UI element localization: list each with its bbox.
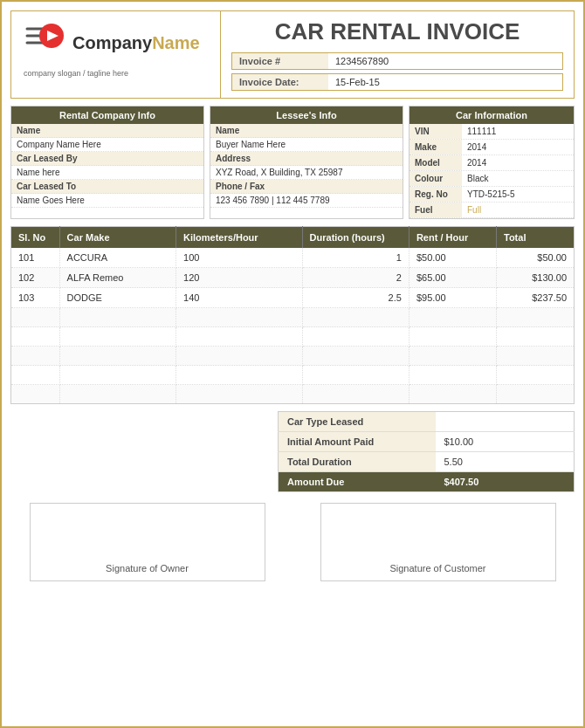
invoice-date-value: 15-Feb-15 <box>328 74 387 90</box>
rental-leased-by-value: Name here <box>11 166 203 180</box>
car-info-box: Car Information VIN 111111 Make 2014 Mod… <box>409 106 575 219</box>
lessee-address-value: XYZ Road, X Building, TX 25987 <box>210 166 403 180</box>
table-empty-row <box>11 308 575 327</box>
th-total: Total <box>496 227 574 249</box>
lessee-phone-value: 123 456 7890 | 112 445 7789 <box>210 194 403 208</box>
invoice-title: CAR RENTAL INVOICE <box>231 18 563 45</box>
cell-rent: $95.00 <box>409 288 496 308</box>
car-regno-value: YTD-5215-5 <box>462 187 520 202</box>
table-row: 102 ALFA Remeo 120 2 $65.00 $130.00 <box>11 268 575 288</box>
car-make-value: 2014 <box>462 140 492 155</box>
th-slno: Sl. No <box>11 227 60 249</box>
logo-section: CompanyName company slogan / tagline her… <box>11 11 221 98</box>
cell-duration: 2.5 <box>302 288 409 308</box>
rental-company-header: Rental Company Info <box>11 106 203 124</box>
car-fuel-row: Fuel Full <box>410 203 574 218</box>
summary-table: Car Type Leased Initial Amount Paid $10.… <box>278 411 575 492</box>
th-duration: Duration (hours) <box>302 227 409 249</box>
table-empty-row <box>11 385 575 404</box>
rental-leased-by-label: Car Leased By <box>11 152 203 166</box>
amount-due-label: Amount Due <box>279 472 436 492</box>
owner-signature-box: Signature of Owner <box>30 503 265 581</box>
rental-leased-to-label: Car Leased To <box>11 180 203 194</box>
cell-duration: 1 <box>302 248 409 268</box>
rental-leased-to-value: Name Goes Here <box>11 194 203 208</box>
cell-empty <box>11 327 60 347</box>
car-fuel-value: Full <box>462 203 486 217</box>
car-colour-value: Black <box>462 171 493 186</box>
cell-slno: 103 <box>11 288 60 308</box>
invoice-number-value: 1234567890 <box>328 53 396 69</box>
invoice-number-label: Invoice # <box>232 53 328 69</box>
cell-make: DODGE <box>59 288 176 308</box>
cell-km: 100 <box>176 248 303 268</box>
table-empty-row <box>11 347 575 366</box>
invoice-header: CompanyName company slogan / tagline her… <box>10 10 575 99</box>
cell-km: 140 <box>176 288 303 308</box>
cell-empty <box>11 347 60 366</box>
car-colour-row: Colour Black <box>410 171 574 187</box>
car-type-value <box>436 412 575 432</box>
car-model-row: Model 2014 <box>410 155 574 171</box>
cell-total: $130.00 <box>496 268 574 288</box>
lessee-name-label: Name <box>210 124 403 138</box>
car-regno-label: Reg. No <box>410 187 462 202</box>
lessee-phone-label: Phone / Fax <box>210 180 403 194</box>
th-rent: Rent / Hour <box>409 227 496 249</box>
logo-wrapper: CompanyName <box>20 20 200 65</box>
invoice-meta: Invoice # 1234567890 Invoice Date: 15-Fe… <box>231 52 563 91</box>
cell-make: ALFA Remeo <box>59 268 176 288</box>
car-vin-value: 111111 <box>462 124 501 139</box>
signature-section: Signature of Owner Signature of Customer <box>10 503 575 581</box>
table-empty-row <box>11 327 575 347</box>
amount-due-value: $407.50 <box>436 472 575 492</box>
table-body: 101 ACCURA 100 1 $50.00 $50.00 102 ALFA … <box>11 248 575 404</box>
customer-signature-box: Signature of Customer <box>320 503 556 581</box>
total-duration-label: Total Duration <box>279 452 436 472</box>
rental-company-box: Rental Company Info Name Company Name He… <box>10 106 204 219</box>
lessee-header: Lessee's Info <box>210 106 403 124</box>
table-row: 103 DODGE 140 2.5 $95.00 $237.50 <box>11 288 575 308</box>
company-slogan: company slogan / tagline here <box>24 69 128 78</box>
table-header-row: Sl. No Car Make Kilometers/Hour Duration… <box>11 227 575 249</box>
customer-signature-label: Signature of Customer <box>389 563 485 573</box>
car-model-label: Model <box>410 155 462 170</box>
cell-rent: $50.00 <box>409 248 496 268</box>
total-duration-value: 5.50 <box>436 452 575 472</box>
cell-empty <box>11 385 60 404</box>
car-vin-label: VIN <box>410 124 462 139</box>
table-row: 101 ACCURA 100 1 $50.00 $50.00 <box>11 248 575 268</box>
th-km: Kilometers/Hour <box>176 227 303 249</box>
lessee-address-label: Address <box>210 152 403 166</box>
cell-duration: 2 <box>302 268 409 288</box>
title-section: CAR RENTAL INVOICE Invoice # 1234567890 … <box>221 11 574 98</box>
rental-name-label: Name <box>11 124 203 138</box>
summary-total-duration-row: Total Duration 5.50 <box>279 452 575 472</box>
company-name: CompanyName <box>72 33 200 53</box>
summary-section: Car Type Leased Initial Amount Paid $10.… <box>10 411 575 492</box>
summary-initial-amount-row: Initial Amount Paid $10.00 <box>279 432 575 452</box>
rental-name-value: Company Name Here <box>11 138 203 152</box>
table-empty-row <box>11 366 575 385</box>
car-info-header: Car Information <box>410 106 574 124</box>
car-vin-row: VIN 111111 <box>410 124 574 140</box>
invoice-date-label: Invoice Date: <box>232 74 328 90</box>
cell-slno: 101 <box>11 248 60 268</box>
cell-slno: 102 <box>11 268 60 288</box>
car-regno-row: Reg. No YTD-5215-5 <box>410 187 574 203</box>
company-logo-icon <box>20 20 65 65</box>
car-fuel-label: Fuel <box>410 203 462 217</box>
rental-table: Sl. No Car Make Kilometers/Hour Duration… <box>10 226 575 404</box>
car-model-value: 2014 <box>462 155 492 170</box>
owner-signature-label: Signature of Owner <box>106 563 189 573</box>
cell-empty <box>11 308 60 327</box>
cell-make: ACCURA <box>59 248 176 268</box>
summary-car-type-row: Car Type Leased <box>279 412 575 432</box>
cell-km: 120 <box>176 268 303 288</box>
th-make: Car Make <box>59 227 176 249</box>
cell-total: $50.00 <box>496 248 574 268</box>
cell-empty <box>11 366 60 385</box>
invoice-number-row: Invoice # 1234567890 <box>231 52 563 70</box>
cell-total: $237.50 <box>496 288 574 308</box>
invoice-date-row: Invoice Date: 15-Feb-15 <box>231 73 563 91</box>
